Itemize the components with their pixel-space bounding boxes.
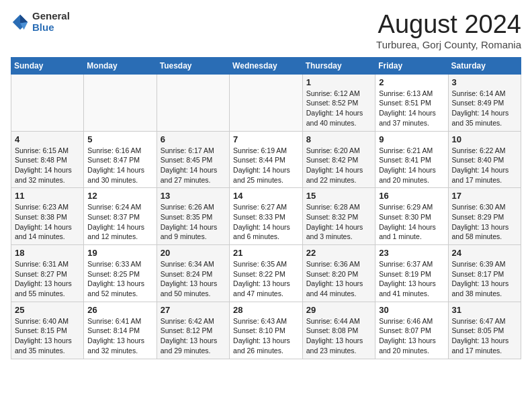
calendar-cell: 5Sunrise: 6:16 AM Sunset: 8:47 PM Daylig… xyxy=(84,131,157,188)
day-info: Sunrise: 6:14 AM Sunset: 8:49 PM Dayligh… xyxy=(452,89,517,128)
calendar-cell: 20Sunrise: 6:34 AM Sunset: 8:24 PM Dayli… xyxy=(157,245,229,302)
day-info: Sunrise: 6:27 AM Sunset: 8:33 PM Dayligh… xyxy=(233,202,299,242)
calendar-cell xyxy=(11,74,84,131)
calendar-week-3: 11Sunrise: 6:23 AM Sunset: 8:38 PM Dayli… xyxy=(11,188,521,245)
calendar-cell: 4Sunrise: 6:15 AM Sunset: 8:48 PM Daylig… xyxy=(11,131,84,188)
day-number: 28 xyxy=(233,305,299,315)
day-number: 27 xyxy=(161,305,226,315)
logo-general-text: General xyxy=(32,11,70,22)
calendar-cell: 12Sunrise: 6:24 AM Sunset: 8:37 PM Dayli… xyxy=(84,188,157,245)
day-info: Sunrise: 6:19 AM Sunset: 8:44 PM Dayligh… xyxy=(233,146,299,185)
day-info: Sunrise: 6:36 AM Sunset: 8:20 PM Dayligh… xyxy=(306,259,371,299)
header-wednesday: Wednesday xyxy=(230,57,303,74)
calendar-cell: 27Sunrise: 6:42 AM Sunset: 8:12 PM Dayli… xyxy=(157,302,229,359)
calendar-cell: 10Sunrise: 6:22 AM Sunset: 8:40 PM Dayli… xyxy=(448,131,521,188)
header-tuesday: Tuesday xyxy=(157,57,229,74)
day-number: 8 xyxy=(306,134,371,144)
calendar-cell: 2Sunrise: 6:13 AM Sunset: 8:51 PM Daylig… xyxy=(375,74,448,131)
day-info: Sunrise: 6:21 AM Sunset: 8:41 PM Dayligh… xyxy=(379,146,444,185)
location-title: Turburea, Gorj County, Romania xyxy=(376,39,521,50)
day-info: Sunrise: 6:12 AM Sunset: 8:52 PM Dayligh… xyxy=(306,89,371,128)
day-number: 11 xyxy=(15,191,80,201)
logo-blue-text: Blue xyxy=(32,22,70,34)
day-number: 14 xyxy=(233,191,299,201)
calendar-week-1: 1Sunrise: 6:12 AM Sunset: 8:52 PM Daylig… xyxy=(11,74,521,131)
day-number: 6 xyxy=(161,134,226,144)
day-number: 10 xyxy=(452,134,517,144)
day-number: 2 xyxy=(379,77,444,87)
day-number: 18 xyxy=(15,248,80,258)
day-info: Sunrise: 6:44 AM Sunset: 8:08 PM Dayligh… xyxy=(306,316,371,356)
calendar-table: SundayMondayTuesdayWednesdayThursdayFrid… xyxy=(11,57,521,359)
day-number: 1 xyxy=(306,77,371,87)
calendar-cell: 16Sunrise: 6:29 AM Sunset: 8:30 PM Dayli… xyxy=(375,188,448,245)
header-friday: Friday xyxy=(375,57,448,74)
calendar-cell xyxy=(84,74,157,131)
day-info: Sunrise: 6:42 AM Sunset: 8:12 PM Dayligh… xyxy=(161,316,226,356)
day-number: 3 xyxy=(452,77,517,87)
calendar-cell: 9Sunrise: 6:21 AM Sunset: 8:41 PM Daylig… xyxy=(375,131,448,188)
day-number: 16 xyxy=(379,191,444,201)
day-number: 21 xyxy=(233,248,299,258)
day-number: 20 xyxy=(161,248,226,258)
day-info: Sunrise: 6:16 AM Sunset: 8:47 PM Dayligh… xyxy=(87,146,152,185)
day-number: 25 xyxy=(15,305,80,315)
svg-marker-1 xyxy=(20,14,28,23)
day-info: Sunrise: 6:39 AM Sunset: 8:17 PM Dayligh… xyxy=(452,259,517,299)
day-info: Sunrise: 6:34 AM Sunset: 8:24 PM Dayligh… xyxy=(161,259,226,299)
calendar-cell: 25Sunrise: 6:40 AM Sunset: 8:15 PM Dayli… xyxy=(11,302,84,359)
calendar-cell: 1Sunrise: 6:12 AM Sunset: 8:52 PM Daylig… xyxy=(302,74,375,131)
calendar-cell: 19Sunrise: 6:33 AM Sunset: 8:25 PM Dayli… xyxy=(84,245,157,302)
day-number: 24 xyxy=(452,248,517,258)
calendar-week-2: 4Sunrise: 6:15 AM Sunset: 8:48 PM Daylig… xyxy=(11,131,521,188)
calendar-cell xyxy=(157,74,229,131)
logo: General Blue xyxy=(11,11,70,33)
day-number: 12 xyxy=(87,191,152,201)
day-info: Sunrise: 6:41 AM Sunset: 8:14 PM Dayligh… xyxy=(87,316,152,356)
header-monday: Monday xyxy=(84,57,157,74)
day-number: 31 xyxy=(452,305,517,315)
day-info: Sunrise: 6:31 AM Sunset: 8:27 PM Dayligh… xyxy=(15,259,80,299)
month-title: August 2024 xyxy=(376,11,521,39)
day-number: 13 xyxy=(161,191,226,201)
calendar-cell: 11Sunrise: 6:23 AM Sunset: 8:38 PM Dayli… xyxy=(11,188,84,245)
day-info: Sunrise: 6:26 AM Sunset: 8:35 PM Dayligh… xyxy=(161,202,226,242)
calendar-cell: 30Sunrise: 6:46 AM Sunset: 8:07 PM Dayli… xyxy=(375,302,448,359)
day-number: 19 xyxy=(87,248,152,258)
calendar-week-4: 18Sunrise: 6:31 AM Sunset: 8:27 PM Dayli… xyxy=(11,245,521,302)
day-number: 15 xyxy=(306,191,371,201)
day-info: Sunrise: 6:23 AM Sunset: 8:38 PM Dayligh… xyxy=(15,202,80,242)
day-info: Sunrise: 6:47 AM Sunset: 8:05 PM Dayligh… xyxy=(452,316,517,356)
calendar-cell: 7Sunrise: 6:19 AM Sunset: 8:44 PM Daylig… xyxy=(230,131,303,188)
header-thursday: Thursday xyxy=(302,57,375,74)
title-block: August 2024 Turburea, Gorj County, Roman… xyxy=(376,11,521,50)
logo-text: General Blue xyxy=(32,11,70,33)
day-number: 30 xyxy=(379,305,444,315)
day-number: 7 xyxy=(233,134,299,144)
day-info: Sunrise: 6:28 AM Sunset: 8:32 PM Dayligh… xyxy=(306,202,371,242)
calendar-cell: 18Sunrise: 6:31 AM Sunset: 8:27 PM Dayli… xyxy=(11,245,84,302)
day-info: Sunrise: 6:24 AM Sunset: 8:37 PM Dayligh… xyxy=(87,202,152,242)
day-info: Sunrise: 6:37 AM Sunset: 8:19 PM Dayligh… xyxy=(379,259,444,299)
day-number: 4 xyxy=(15,134,80,144)
day-number: 23 xyxy=(379,248,444,258)
day-info: Sunrise: 6:35 AM Sunset: 8:22 PM Dayligh… xyxy=(233,259,299,299)
day-info: Sunrise: 6:17 AM Sunset: 8:45 PM Dayligh… xyxy=(161,146,226,185)
calendar-cell: 29Sunrise: 6:44 AM Sunset: 8:08 PM Dayli… xyxy=(302,302,375,359)
calendar-cell: 31Sunrise: 6:47 AM Sunset: 8:05 PM Dayli… xyxy=(448,302,521,359)
calendar-week-5: 25Sunrise: 6:40 AM Sunset: 8:15 PM Dayli… xyxy=(11,302,521,359)
calendar-cell xyxy=(230,74,303,131)
day-info: Sunrise: 6:30 AM Sunset: 8:29 PM Dayligh… xyxy=(452,202,517,242)
day-info: Sunrise: 6:15 AM Sunset: 8:48 PM Dayligh… xyxy=(15,146,80,185)
day-number: 26 xyxy=(87,305,152,315)
calendar-cell: 6Sunrise: 6:17 AM Sunset: 8:45 PM Daylig… xyxy=(157,131,229,188)
header-sunday: Sunday xyxy=(11,57,84,74)
day-info: Sunrise: 6:43 AM Sunset: 8:10 PM Dayligh… xyxy=(233,316,299,356)
day-info: Sunrise: 6:33 AM Sunset: 8:25 PM Dayligh… xyxy=(87,259,152,299)
calendar-cell: 28Sunrise: 6:43 AM Sunset: 8:10 PM Dayli… xyxy=(230,302,303,359)
header-saturday: Saturday xyxy=(448,57,521,74)
calendar-cell: 13Sunrise: 6:26 AM Sunset: 8:35 PM Dayli… xyxy=(157,188,229,245)
calendar-cell: 8Sunrise: 6:20 AM Sunset: 8:42 PM Daylig… xyxy=(302,131,375,188)
day-info: Sunrise: 6:46 AM Sunset: 8:07 PM Dayligh… xyxy=(379,316,444,356)
page-header: General Blue August 2024 Turburea, Gorj … xyxy=(11,11,521,50)
